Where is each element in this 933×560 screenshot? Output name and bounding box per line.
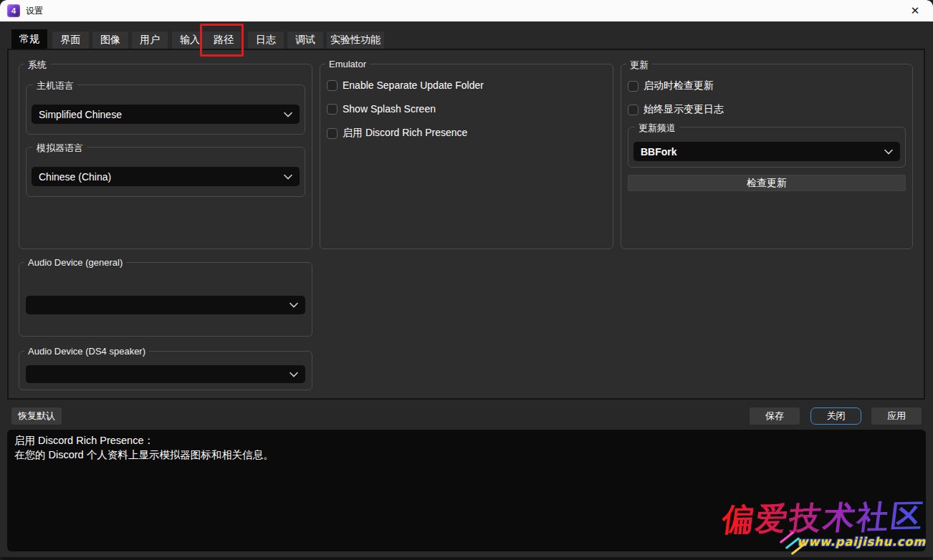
checkbox-label: 始终显示变更日志	[643, 103, 724, 116]
host-language-select[interactable]: Simplified Chinese	[32, 105, 300, 124]
chevron-down-icon	[290, 302, 298, 308]
chevron-down-icon	[884, 149, 893, 155]
tab-debug[interactable]: 调试	[287, 32, 323, 49]
tab-user[interactable]: 用户	[132, 32, 168, 49]
chevron-down-icon	[290, 372, 298, 377]
app-icon: 4	[7, 4, 20, 17]
checkbox-check-updates-on-start[interactable]: 启动时检查更新	[628, 79, 714, 92]
tab-input[interactable]: 输入	[172, 32, 208, 49]
watermark-text: 偏爱技术社区	[719, 496, 927, 541]
tab-graphics[interactable]: 图像	[92, 32, 128, 49]
checkbox-label: 启用 Discord Rich Presence	[343, 127, 467, 140]
chevron-down-icon	[284, 174, 292, 180]
window-title: 设置	[26, 5, 43, 17]
tab-experimental[interactable]: 实验性功能	[327, 32, 384, 49]
checkbox-label: 启动时检查更新	[643, 79, 714, 92]
audio-general-select[interactable]	[26, 296, 305, 314]
checkbox-label: Enable Separate Update Folder	[343, 79, 484, 91]
close-button[interactable]: 关闭	[810, 407, 861, 425]
audio-general-label: Audio Device (general)	[24, 257, 126, 268]
checkbox-icon	[327, 104, 338, 115]
tab-log[interactable]: 日志	[248, 32, 284, 49]
checkbox-always-show-changelog[interactable]: 始终显示变更日志	[628, 103, 724, 116]
host-language-label: 主机语言	[33, 79, 77, 92]
settings-dialog: 4 设置 ✕ 常规 界面 图像 用户 输入 路径 日志 调试 实验性功能 系统 …	[0, 0, 933, 560]
chevron-down-icon	[284, 112, 292, 117]
update-channel-label: 更新频道	[635, 122, 679, 135]
emulator-language-value: Chinese (China)	[39, 171, 111, 183]
audio-ds4-label: Audio Device (DS4 speaker)	[24, 346, 149, 357]
restore-defaults-button[interactable]: 恢复默认	[11, 407, 62, 425]
checkbox-separate-update-folder[interactable]: Enable Separate Update Folder	[327, 79, 484, 91]
audio-ds4-select[interactable]	[26, 365, 305, 383]
tab-general[interactable]: 常规	[11, 29, 47, 49]
checkbox-icon	[327, 80, 338, 91]
close-icon[interactable]: ✕	[904, 1, 926, 20]
emulator-language-label: 模拟器语言	[33, 142, 87, 155]
window-bottom-edge	[0, 557, 933, 560]
description-line-2: 在您的 Discord 个人资料上显示模拟器图标和相关信息。	[14, 448, 919, 462]
emulator-groupbox	[320, 64, 613, 249]
tab-interface[interactable]: 界面	[52, 32, 89, 49]
watermark-url: www.paijishu.com	[797, 535, 926, 549]
checkbox-icon	[628, 105, 638, 115]
host-language-value: Simplified Chinese	[39, 109, 122, 120]
update-group-label: 更新	[626, 59, 652, 72]
system-group-label: 系统	[24, 59, 50, 72]
tab-paths[interactable]: 路径	[206, 32, 241, 49]
apply-button[interactable]: 应用	[871, 407, 922, 425]
description-line-1: 启用 Discord Rich Presence：	[14, 433, 919, 448]
save-button[interactable]: 保存	[750, 407, 800, 425]
title-bar: 4 设置 ✕	[0, 0, 933, 21]
update-channel-select[interactable]: BBFork	[633, 142, 900, 161]
emulator-language-select[interactable]: Chinese (China)	[32, 167, 300, 186]
checkbox-icon	[628, 81, 638, 92]
checkbox-discord-rich-presence[interactable]: 启用 Discord Rich Presence	[327, 127, 467, 140]
checkbox-icon	[327, 128, 338, 139]
checkbox-show-splash-screen[interactable]: Show Splash Screen	[327, 103, 436, 115]
emulator-group-label: Emulator	[325, 59, 370, 69]
checkbox-label: Show Splash Screen	[343, 103, 436, 115]
update-channel-value: BBFork	[641, 146, 677, 158]
check-updates-button[interactable]: 检查更新	[628, 175, 906, 191]
